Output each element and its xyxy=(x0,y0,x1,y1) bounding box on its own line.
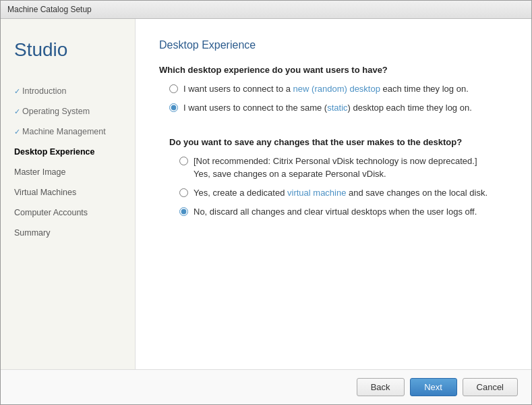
option2-label[interactable]: I want users to connect to the same (sta… xyxy=(183,102,472,114)
sidebar-item-machine-management[interactable]: Machine Management xyxy=(1,122,135,142)
sidebar-item-introduction[interactable]: Introduction xyxy=(1,81,135,101)
sidebar-item-computer-accounts[interactable]: Computer Accounts xyxy=(1,202,135,223)
sidebar-item-operating-system[interactable]: Operating System xyxy=(1,101,135,122)
back-button[interactable]: Back xyxy=(357,378,405,396)
sidebar-item-master-image[interactable]: Master Image xyxy=(1,162,135,182)
cancel-button[interactable]: Cancel xyxy=(463,378,518,396)
footer: Back Next Cancel xyxy=(1,369,531,404)
suboption2-radio[interactable] xyxy=(179,188,188,197)
suboption1-radio[interactable] xyxy=(179,157,188,165)
suboption1-item: [Not recommended: Citrix Personal vDisk … xyxy=(179,155,508,180)
main-panel: Desktop Experience Which desktop experie… xyxy=(136,19,531,369)
option1-label[interactable]: I want users to connect to a new (random… xyxy=(183,83,469,95)
title-bar: Machine Catalog Setup xyxy=(1,1,531,19)
suboption2-label[interactable]: Yes, create a dedicated virtual machine … xyxy=(194,187,487,199)
option2-radio[interactable] xyxy=(169,103,178,112)
save-changes-options: [Not recommended: Citrix Personal vDisk … xyxy=(179,155,508,218)
sidebar-item-virtual-machines[interactable]: Virtual Machines xyxy=(1,182,135,202)
suboption1-label[interactable]: [Not recommended: Citrix Personal vDisk … xyxy=(194,155,477,180)
sidebar: Studio Introduction Operating System Mac… xyxy=(1,19,136,369)
suboption2-highlight: virtual machine xyxy=(287,188,346,198)
window-title: Machine Catalog Setup xyxy=(7,5,92,14)
desktop-experience-options: I want users to connect to a new (random… xyxy=(169,83,508,121)
question2: Do you want to save any changes that the… xyxy=(169,137,508,147)
option1-item: I want users to connect to a new (random… xyxy=(169,83,508,95)
suboption2-item: Yes, create a dedicated virtual machine … xyxy=(179,187,508,199)
content-area: Studio Introduction Operating System Mac… xyxy=(1,19,531,369)
save-changes-section: Do you want to save any changes that the… xyxy=(169,137,508,225)
option1-highlight: new (random) desktop xyxy=(293,84,380,94)
suboption3-radio[interactable] xyxy=(179,207,188,216)
machine-catalog-setup-window: Machine Catalog Setup Studio Introductio… xyxy=(0,0,532,405)
option2-highlight: static xyxy=(327,103,347,113)
option2-item: I want users to connect to the same (sta… xyxy=(169,102,508,114)
next-button[interactable]: Next xyxy=(410,378,457,396)
suboption3-label[interactable]: No, discard all changes and clear virtua… xyxy=(194,206,477,218)
question1: Which desktop experience do you want use… xyxy=(159,65,508,75)
suboption3-item: No, discard all changes and clear virtua… xyxy=(179,206,508,218)
sidebar-item-desktop-experience[interactable]: Desktop Experience xyxy=(1,142,135,162)
page-title: Desktop Experience xyxy=(159,39,508,51)
studio-logo: Studio xyxy=(1,32,135,81)
sidebar-item-summary[interactable]: Summary xyxy=(1,223,135,243)
option1-radio[interactable] xyxy=(169,84,178,93)
